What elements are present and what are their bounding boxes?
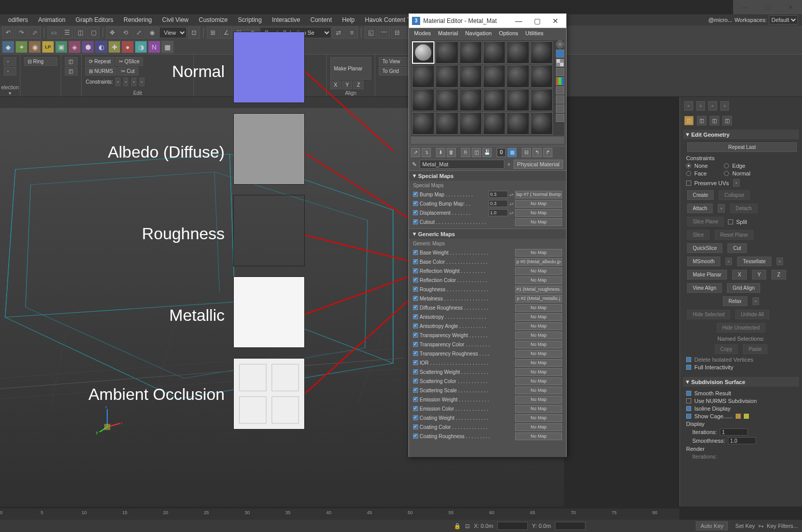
make-unique-icon[interactable]: ◫ bbox=[472, 148, 481, 157]
video-check-icon[interactable] bbox=[556, 77, 564, 85]
tool8-icon[interactable]: ● bbox=[121, 41, 134, 53]
tess-opts-icon[interactable]: ▫ bbox=[776, 258, 784, 265]
map-enable-check[interactable] bbox=[413, 342, 418, 347]
map-enable-check[interactable] bbox=[413, 378, 418, 384]
panel-tab-icon[interactable]: ▫ bbox=[708, 101, 717, 111]
map-slot-button[interactable]: No Map bbox=[515, 341, 562, 348]
map-enable-check[interactable] bbox=[413, 360, 418, 365]
panel-tab-icon[interactable]: ▫ bbox=[696, 101, 706, 111]
menu-civil-view[interactable]: Civil View bbox=[158, 15, 192, 24]
workspace-select[interactable]: Default bbox=[769, 15, 798, 24]
grid-align-button[interactable]: Grid Align bbox=[727, 283, 760, 293]
constraint-none-radio[interactable] bbox=[686, 163, 691, 168]
background-icon[interactable] bbox=[556, 59, 564, 67]
show-map-icon[interactable]: ▦ bbox=[507, 148, 517, 157]
autokey-button[interactable]: Auto Key bbox=[696, 521, 728, 530]
key-icon[interactable]: 🗝 bbox=[758, 523, 764, 529]
map-enable-check[interactable] bbox=[413, 250, 418, 255]
map-enable-check[interactable] bbox=[413, 210, 418, 215]
menu-customize[interactable]: Customize bbox=[195, 15, 232, 24]
map-enable-check[interactable] bbox=[413, 415, 418, 420]
material-slot[interactable] bbox=[506, 41, 529, 64]
menu-help[interactable]: Help bbox=[338, 15, 359, 24]
slot-scrollbar[interactable] bbox=[411, 137, 564, 144]
map-slot-button[interactable]: No Map bbox=[515, 377, 562, 385]
attach-list-icon[interactable]: ▫ bbox=[718, 204, 725, 213]
make-planar-button[interactable]: Make Planar bbox=[330, 57, 371, 80]
uv-tiling-icon[interactable] bbox=[556, 68, 564, 76]
material-slot[interactable] bbox=[483, 112, 505, 135]
y-input[interactable] bbox=[555, 522, 586, 530]
y-button[interactable]: Y bbox=[752, 270, 767, 280]
full-interactivity-check[interactable] bbox=[686, 365, 691, 370]
map-enable-check[interactable] bbox=[413, 192, 418, 197]
lp-icon[interactable]: LP bbox=[42, 41, 54, 53]
special-maps-header[interactable]: ▾Special Maps bbox=[409, 170, 566, 181]
view-align-button[interactable]: View Align bbox=[687, 283, 722, 293]
select-by-mat-icon[interactable] bbox=[556, 105, 564, 113]
menu-scripting[interactable]: Scripting bbox=[234, 15, 266, 24]
map-enable-check[interactable] bbox=[413, 277, 418, 283]
map-slot-button[interactable]: No Map bbox=[515, 433, 562, 440]
map-enable-check[interactable] bbox=[413, 406, 418, 411]
panel-tab-icon[interactable]: ◫ bbox=[710, 116, 719, 125]
cut-button[interactable]: Cut bbox=[727, 243, 747, 253]
map-slot-button[interactable]: No Map bbox=[515, 405, 562, 413]
material-slot[interactable] bbox=[412, 65, 434, 87]
select-region-icon[interactable]: ◫ bbox=[74, 27, 86, 39]
window-close[interactable]: ✕ bbox=[779, 0, 802, 14]
generic-maps-header[interactable]: ▾Generic Maps bbox=[409, 229, 566, 239]
menu-graph-editors[interactable]: Graph Editors bbox=[71, 15, 117, 24]
map-enable-check[interactable] bbox=[413, 424, 418, 429]
menu-content[interactable]: Content bbox=[306, 15, 336, 24]
material-slot[interactable] bbox=[483, 41, 505, 64]
delete-iso-check[interactable] bbox=[686, 357, 691, 362]
map-slot-button[interactable]: No Map bbox=[515, 387, 562, 394]
menu-animation[interactable]: Animation bbox=[34, 15, 69, 24]
filter-icon[interactable]: ▢ bbox=[87, 27, 100, 39]
ribbon-icon[interactable]: ◫ bbox=[65, 67, 78, 75]
eyedropper-icon[interactable]: ✎ bbox=[412, 161, 417, 168]
map-enable-check[interactable] bbox=[413, 369, 418, 374]
select-name-icon[interactable]: ☰ bbox=[61, 27, 73, 39]
put-library-icon[interactable]: 💾 bbox=[482, 148, 492, 157]
map-enable-check[interactable] bbox=[413, 397, 418, 402]
show-end-icon[interactable]: ⊟ bbox=[522, 148, 531, 157]
paste-button[interactable]: Paste bbox=[743, 344, 767, 354]
map-slot-button[interactable]: No Map bbox=[515, 276, 562, 284]
ref-coord-select[interactable]: View bbox=[159, 27, 187, 38]
use-nurms-check[interactable] bbox=[686, 398, 691, 403]
mat-menu-utilities[interactable]: Utilities bbox=[522, 29, 546, 37]
mat-menu-material[interactable]: Material bbox=[435, 29, 461, 37]
map-slot-button[interactable]: No Map bbox=[515, 304, 562, 312]
z-button[interactable]: Z bbox=[771, 270, 786, 280]
mat-menu-modes[interactable]: Modes bbox=[411, 29, 434, 37]
window-maximize[interactable]: ▢ bbox=[756, 0, 779, 14]
msmooth-button[interactable]: MSmooth bbox=[687, 257, 720, 266]
map-enable-check[interactable] bbox=[413, 201, 418, 206]
copy-icon[interactable]: ⎘ bbox=[461, 148, 470, 157]
put-to-scene-icon[interactable]: ↴ bbox=[422, 148, 431, 157]
material-slot[interactable] bbox=[530, 65, 553, 87]
msmooth-opts-icon[interactable]: ▫ bbox=[725, 258, 733, 265]
material-type-button[interactable]: Physical Material bbox=[514, 160, 563, 169]
cage-color2[interactable] bbox=[744, 414, 749, 419]
mat-close[interactable]: ✕ bbox=[548, 16, 563, 26]
tool6-icon[interactable]: ◐ bbox=[95, 41, 107, 53]
move-icon[interactable]: ✥ bbox=[106, 27, 118, 39]
material-slot[interactable] bbox=[435, 41, 458, 64]
tool4-icon[interactable]: ◈ bbox=[68, 41, 81, 53]
map-enable-check[interactable] bbox=[413, 333, 418, 338]
mat-id-icon[interactable]: 0 bbox=[497, 148, 506, 157]
make-planar-button[interactable]: Make Planar bbox=[687, 270, 727, 280]
material-editor-titlebar[interactable]: 3 Material Editor - Metal_Mat — ▢ ✕ bbox=[409, 14, 566, 28]
map-enable-check[interactable] bbox=[413, 219, 418, 224]
align-icon[interactable]: ≡ bbox=[346, 27, 358, 39]
tool3-icon[interactable]: ▣ bbox=[55, 41, 67, 53]
map-slot-button[interactable]: No Map bbox=[515, 267, 562, 275]
attach-button[interactable]: Attach bbox=[687, 204, 713, 213]
panel-tab-icon[interactable]: ◫ bbox=[697, 116, 707, 125]
delete-icon[interactable]: 🗑 bbox=[447, 148, 456, 157]
tool5-icon[interactable]: ⬢ bbox=[82, 41, 94, 53]
material-name-input[interactable] bbox=[420, 160, 504, 169]
